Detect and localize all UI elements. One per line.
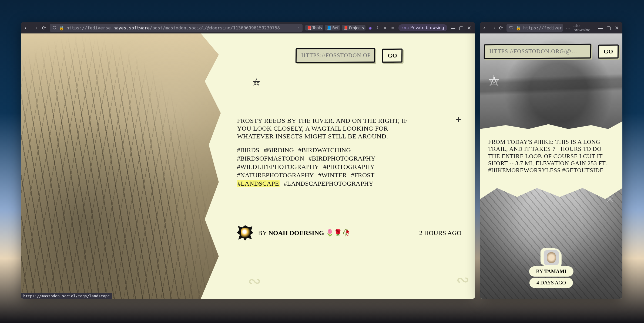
meatball-icon[interactable]: ⋯ <box>566 25 571 31</box>
star-icon[interactable]: ☆ <box>297 25 300 30</box>
tag[interactable]: #birding <box>264 147 294 154</box>
go-button-wrap: Go <box>382 49 403 63</box>
tag[interactable]: #naturephotography <box>237 172 314 179</box>
shield-icon: 🛡︎ <box>509 25 514 30</box>
go-button[interactable]: Go <box>383 49 402 62</box>
bookmark-ref[interactable]: 📘 Ref <box>325 25 340 30</box>
minimize-icon[interactable]: — <box>450 25 456 31</box>
avatar-a[interactable] <box>237 225 253 241</box>
forward-icon[interactable]: → <box>32 25 38 31</box>
author-a[interactable]: Noah Doersing <box>269 229 324 236</box>
swirl-doodle-a: ∾ <box>248 271 261 291</box>
back-icon[interactable]: ← <box>24 25 30 31</box>
star-doodle: ⛤ <box>488 74 501 88</box>
post-image-a <box>21 33 221 299</box>
tag[interactable]: #birdphotography <box>308 155 375 162</box>
bookmark-tools[interactable]: 📕 Tools <box>305 25 324 30</box>
overflow-icon[interactable]: » <box>382 25 388 31</box>
post-body-wrap-b: From today's #hike: This is a long trail… <box>480 129 622 188</box>
address-bar-b[interactable]: 🛡︎ 🔒 https://fediverse <box>507 24 563 32</box>
post-age-b: 4 days ago <box>529 278 573 288</box>
url-a: https://fediverse.hayes.software/post/ma… <box>66 25 280 30</box>
author-b[interactable]: Tamami <box>544 268 566 274</box>
url-input[interactable] <box>296 49 374 62</box>
post-tags-a: #birds#birding#birdwatching#birdsofmasto… <box>237 147 421 187</box>
ext-icon-b[interactable]: ⇪ <box>375 25 381 31</box>
spark-doodle: ✳︎ <box>606 193 614 205</box>
maximize-icon[interactable]: ▢ <box>606 25 612 31</box>
address-bar-a[interactable]: 🛡︎ 🔒 https://fediverse.hayes.software/po… <box>50 24 303 32</box>
lock-icon: 🔒 <box>59 25 64 30</box>
go-button[interactable]: Go <box>599 45 618 58</box>
browser-window-b: ← → ⟳ 🛡︎ 🔒 https://fediverse ⋯ ate brows… <box>480 22 622 299</box>
author-emoji: 🌷🌹🥀 <box>326 229 350 236</box>
by-label: by <box>258 229 267 236</box>
bookmark-projects[interactable]: 📕 Projects <box>342 25 365 30</box>
forward-icon[interactable]: → <box>491 25 496 31</box>
close-icon[interactable]: ✕ <box>466 25 472 31</box>
tag[interactable]: #frost <box>351 172 374 179</box>
tag[interactable]: #winter <box>318 172 347 179</box>
page-b: Go ⛤ From today's #hike: This is a long … <box>480 33 622 299</box>
private-browsing-pill: ⬭⬭ Private browsing <box>398 24 447 31</box>
search-form-b: Go <box>484 44 619 59</box>
mask-icon: ⬭⬭ <box>402 25 409 30</box>
plus-doodle: ＋ <box>454 113 463 125</box>
post-body-b: From today's #hike: This is a long trail… <box>488 138 614 174</box>
private-tail: ate browsing <box>573 23 595 32</box>
tag[interactable]: #landscape <box>237 180 279 187</box>
tag[interactable]: #birds <box>237 147 259 154</box>
tag[interactable]: #wildlifephotography <box>237 163 319 171</box>
lock-icon: 🔒 <box>516 25 521 30</box>
post-age-a: 2 hours ago <box>419 229 461 237</box>
bookmark-bar: 📕 Tools 📘 Ref 📕 Projects ◉ ⇪ » ≡ <box>305 25 396 31</box>
back-icon[interactable]: ← <box>483 25 488 31</box>
minimize-icon[interactable]: — <box>598 25 603 31</box>
url-input-wrap <box>296 48 375 63</box>
browser-toolbar-a: ← → ⟳ 🛡︎ 🔒 https://fediverse.hayes.softw… <box>21 22 475 33</box>
post-meta-b: by Tamami 4 days ago <box>529 250 573 288</box>
reload-icon[interactable]: ⟳ <box>499 25 504 31</box>
reload-icon[interactable]: ⟳ <box>41 25 47 31</box>
url-b: https://fediverse <box>523 25 563 30</box>
browser-toolbar-b: ← → ⟳ 🛡︎ 🔒 https://fediverse ⋯ ate brows… <box>480 22 622 33</box>
search-form-a: Go <box>237 48 461 63</box>
ext-icon-a[interactable]: ◉ <box>367 25 373 31</box>
post-meta-a: by Noah Doersing 🌷🌹🥀 2 hours ago <box>237 225 461 241</box>
browser-window-a: ← → ⟳ 🛡︎ 🔒 https://fediverse.hayes.softw… <box>21 22 475 299</box>
hamburger-icon[interactable]: ≡ <box>390 25 396 31</box>
close-icon[interactable]: ✕ <box>614 25 620 31</box>
tag[interactable]: #photography <box>323 163 375 171</box>
tag[interactable]: #landscapephotography <box>284 180 374 187</box>
page-a: Go ⛤ ＋ ✳︎ ∾ ∾ Frosty reeds by the river.… <box>21 33 475 299</box>
avatar-b[interactable] <box>544 250 559 265</box>
star-doodle: ⛤ <box>253 78 261 87</box>
post-body-a: Frosty reeds by the river. And on the ri… <box>237 117 410 140</box>
shield-icon: 🛡︎ <box>52 25 57 30</box>
tag[interactable]: #birdsofmastodon <box>237 155 304 162</box>
swirl-doodle-b: ∾ <box>456 270 469 289</box>
maximize-icon[interactable]: ▢ <box>458 25 464 31</box>
url-input[interactable] <box>485 45 591 58</box>
status-bar: https://mastodon.social/tags/landscape <box>21 293 112 299</box>
tag[interactable]: #birdwatching <box>298 147 351 154</box>
